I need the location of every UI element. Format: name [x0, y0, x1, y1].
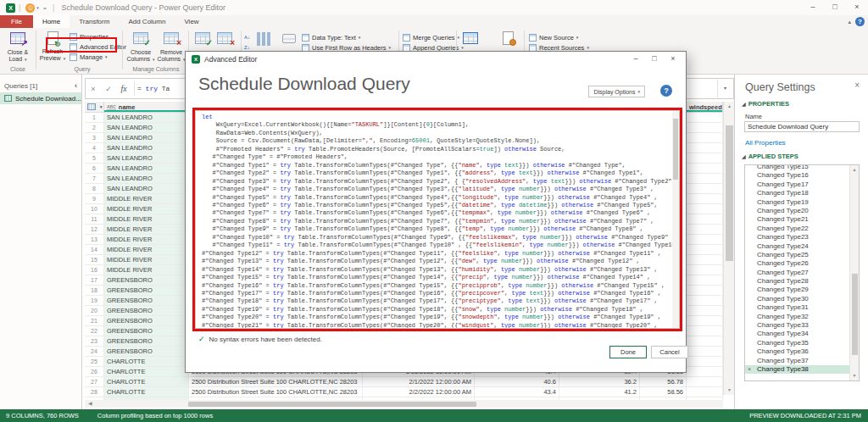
query-list-item[interactable]: Schedule Download...: [0, 92, 81, 104]
grid-cell[interactable]: [687, 377, 723, 387]
row-number[interactable]: 20: [85, 306, 104, 316]
applied-step[interactable]: ×Changed Type38: [745, 365, 859, 374]
applied-step[interactable]: Changed Type18: [745, 189, 859, 197]
grid-cell[interactable]: [687, 204, 723, 214]
remove-rows-button[interactable]: ×: [214, 31, 236, 49]
column-header-name[interactable]: ABCname: [104, 102, 189, 113]
cancel-button[interactable]: Cancel: [651, 346, 688, 358]
grid-cell[interactable]: [687, 164, 723, 174]
formula-bar-expand-icon[interactable]: ▾: [717, 80, 732, 97]
combine-files-button[interactable]: [459, 31, 481, 49]
tab-add-column[interactable]: Add Column: [119, 15, 175, 28]
grid-cell[interactable]: GREENSBORO: [104, 286, 189, 296]
chevron-down-icon[interactable]: ▾: [100, 104, 103, 109]
row-number[interactable]: 4: [85, 143, 104, 153]
close-button[interactable]: ×: [664, 52, 682, 67]
row-number[interactable]: 11: [85, 214, 104, 225]
grid-cell[interactable]: SAN LEANDRO: [104, 153, 189, 164]
grid-cell[interactable]: SAN LEANDRO: [104, 123, 189, 133]
maximize-button[interactable]: □: [645, 52, 664, 67]
grid-cell[interactable]: [687, 235, 723, 245]
grid-cell[interactable]: MIDDLE RIVER: [104, 265, 189, 275]
grid-cell[interactable]: [687, 336, 723, 347]
applied-step[interactable]: Changed Type31: [745, 303, 859, 312]
column-type-icon[interactable]: ABC: [107, 104, 116, 110]
grid-cell[interactable]: MIDDLE RIVER: [104, 235, 189, 245]
grid-cell[interactable]: [687, 367, 723, 377]
group-by-button[interactable]: [280, 31, 302, 51]
display-options-button[interactable]: Display Options▾: [588, 86, 645, 97]
grid-cell[interactable]: CHARLOTTE: [104, 387, 189, 397]
grid-cell[interactable]: 2/1/2022 12:00:00 AM: [363, 377, 475, 387]
grid-cell[interactable]: GREENSBORO: [104, 336, 189, 347]
grid-cell[interactable]: 56.78: [640, 377, 687, 387]
applied-step[interactable]: Changed Type22: [745, 225, 859, 233]
grid-cell[interactable]: MIDDLE RIVER: [104, 245, 189, 255]
applied-step[interactable]: Changed Type17: [745, 180, 859, 189]
grid-cell[interactable]: [687, 225, 723, 235]
grid-cell[interactable]: 43.4: [475, 387, 559, 397]
row-number[interactable]: 8: [85, 184, 104, 194]
grid-cell[interactable]: [687, 123, 723, 133]
grid-cell[interactable]: 40.6: [475, 377, 559, 387]
query-name-input[interactable]: [744, 121, 860, 132]
grid-cell[interactable]: SAN LEANDRO: [104, 184, 189, 194]
close-pane-icon[interactable]: ×: [854, 81, 860, 90]
grid-cell[interactable]: SAN LEANDRO: [104, 164, 189, 174]
applied-step[interactable]: Changed Type34: [745, 330, 859, 338]
commit-formula-icon[interactable]: ✓: [101, 85, 116, 93]
applied-step[interactable]: Changed Type35: [745, 339, 859, 347]
grid-cell[interactable]: GREENSBORO: [104, 275, 189, 286]
maximize-button[interactable]: □: [824, 0, 846, 15]
row-number[interactable]: 7: [85, 174, 104, 184]
row-number[interactable]: 13: [85, 235, 104, 245]
grid-cell[interactable]: SAN LEANDRO: [104, 133, 189, 143]
grid-cell[interactable]: GREENSBORO: [104, 316, 189, 326]
remove-columns-button[interactable]: × RemoveColumns▾: [156, 31, 186, 63]
column-header[interactable]: ▾: [85, 102, 104, 113]
grid-vertical-scrollbar[interactable]: ▲ ▼: [723, 102, 734, 395]
keep-rows-button[interactable]: ✓: [192, 31, 214, 49]
refresh-preview-button[interactable]: ↻ RefreshPreview▾: [37, 31, 68, 62]
applied-step[interactable]: Changed Type24: [745, 242, 859, 251]
applied-step[interactable]: Changed Type19: [745, 198, 859, 207]
grid-cell[interactable]: [687, 357, 723, 367]
grid-cell[interactable]: 2/2/2022 12:00:00 AM: [363, 387, 475, 397]
scrollbar-thumb[interactable]: [726, 125, 733, 261]
grid-cell[interactable]: SAN LEANDRO: [104, 113, 189, 123]
delete-step-icon[interactable]: ×: [748, 365, 751, 374]
grid-cell[interactable]: 41.2: [559, 387, 640, 397]
row-number[interactable]: 1: [85, 113, 104, 123]
grid-cell[interactable]: [687, 387, 723, 397]
grid-cell[interactable]: 58.56: [640, 387, 687, 397]
tab-view[interactable]: View: [175, 15, 208, 28]
minimize-button[interactable]: –: [802, 0, 824, 15]
split-column-button[interactable]: [254, 31, 276, 49]
tab-transform[interactable]: Transform: [70, 15, 119, 28]
grid-cell[interactable]: GREENSBORO: [104, 306, 189, 316]
applied-step[interactable]: Changed Type21: [745, 215, 859, 224]
row-number[interactable]: 10: [85, 204, 104, 214]
applied-step[interactable]: Changed Type23: [745, 233, 859, 242]
choose-columns-button[interactable]: ✓ ChooseColumns▾: [125, 31, 156, 63]
grid-cell[interactable]: MIDDLE RIVER: [104, 214, 189, 225]
steps-scrollbar[interactable]: ▲ ▼: [849, 165, 859, 380]
grid-cell[interactable]: MIDDLE RIVER: [104, 255, 189, 265]
grid-cell[interactable]: [687, 174, 723, 184]
scroll-up-icon[interactable]: ▲: [850, 165, 859, 175]
grid-cell[interactable]: CHARLOTTE: [104, 377, 189, 387]
data-type-button[interactable]: Data Type: Text▾: [302, 32, 360, 42]
applied-step[interactable]: Changed Type28: [745, 277, 859, 286]
scrollbar-thumb[interactable]: [852, 274, 858, 355]
scroll-down-icon[interactable]: ▼: [850, 371, 859, 380]
row-number[interactable]: 6: [85, 164, 104, 174]
profiling-status[interactable]: Column profiling based on top 1000 rows: [97, 412, 213, 419]
grid-cell[interactable]: [687, 265, 723, 275]
grid-cell[interactable]: GREENSBORO: [104, 326, 189, 336]
close-button[interactable]: ×: [846, 0, 868, 15]
applied-step[interactable]: Changed Type25: [745, 251, 859, 259]
editor-scrollbar[interactable]: [672, 111, 679, 328]
grid-cell[interactable]: GREENSBORO: [104, 296, 189, 306]
help-icon[interactable]: ?: [855, 17, 865, 26]
applied-step[interactable]: Changed Type20: [745, 207, 859, 215]
